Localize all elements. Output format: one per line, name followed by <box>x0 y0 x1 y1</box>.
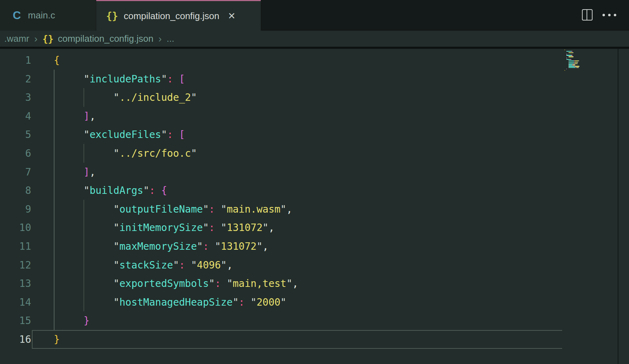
editor-actions <box>582 9 616 21</box>
code-line[interactable]: "initMemorySize": "131072", <box>54 218 275 237</box>
minimap[interactable] <box>562 50 618 73</box>
code-line[interactable]: "../include_2" <box>54 88 197 107</box>
minimap-line <box>567 55 571 56</box>
current-line-highlight <box>32 330 562 349</box>
minimap-line <box>569 52 573 53</box>
minimap-line <box>575 60 578 61</box>
indent-guide-active <box>54 70 54 330</box>
indent-guide <box>83 88 84 107</box>
line-number[interactable]: 14 <box>0 293 31 312</box>
minimap-line <box>578 67 579 68</box>
minimap-line <box>565 70 565 71</box>
minimap-scrollbar-border <box>618 49 618 364</box>
line-number[interactable]: 2 <box>0 70 31 88</box>
minimap-line <box>567 58 567 58</box>
minimap-line <box>569 62 574 63</box>
tab-bar: C main.c {} compilation_config.json ✕ <box>0 0 629 31</box>
code-line[interactable]: "maxMemorySize": "131072", <box>54 237 269 256</box>
tab-main-c[interactable]: C main.c <box>0 0 96 31</box>
line-number[interactable]: 3 <box>0 88 31 107</box>
code-line[interactable]: "includePaths": [ <box>54 70 185 88</box>
code-line[interactable]: ], <box>54 163 96 181</box>
minimap-line <box>569 66 575 67</box>
line-number[interactable]: 9 <box>0 200 31 219</box>
minimap-line <box>569 67 576 68</box>
line-number[interactable]: 12 <box>0 256 31 275</box>
code-line[interactable]: "outputFileName": "main.wasm", <box>54 200 292 219</box>
split-editor-icon[interactable] <box>582 9 593 21</box>
code-line[interactable]: ], <box>54 107 96 126</box>
minimap-line <box>572 55 572 56</box>
code-line[interactable]: "hostManagedHeapSize": "2000" <box>54 293 286 312</box>
tab-label: compilation_config.json <box>124 11 219 22</box>
minimap-line <box>569 60 574 61</box>
breadcrumb-item-symbol[interactable]: ... <box>167 33 174 44</box>
minimap-line <box>572 51 572 52</box>
minimap-line <box>578 62 578 63</box>
minimap-line <box>573 52 573 53</box>
line-number[interactable]: 13 <box>0 274 31 293</box>
line-number[interactable]: 10 <box>0 218 31 237</box>
indent-guide <box>83 218 84 237</box>
minimap-line <box>577 63 578 64</box>
indent-guide <box>83 256 84 275</box>
indent-guide <box>83 144 84 163</box>
line-number[interactable]: 4 <box>0 107 31 126</box>
indent-guide <box>83 200 84 219</box>
minimap-line <box>579 66 579 67</box>
minimap-line <box>575 64 575 65</box>
code-line[interactable]: "buildArgs": { <box>54 181 167 200</box>
line-number[interactable]: 1 <box>0 51 31 70</box>
tab-compilation-config-json[interactable]: {} compilation_config.json ✕ <box>96 0 261 31</box>
line-number[interactable]: 6 <box>0 144 31 163</box>
json-braces-icon: {} <box>106 10 118 22</box>
indent-guide <box>83 293 84 312</box>
minimap-line <box>569 64 572 65</box>
chevron-right-icon: › <box>34 33 37 45</box>
minimap-line <box>569 56 573 57</box>
minimap-line <box>571 59 571 60</box>
code-line[interactable]: { <box>54 51 60 70</box>
line-number[interactable]: 5 <box>0 125 31 144</box>
indent-guide <box>83 274 84 293</box>
code-line[interactable]: "excludeFiles": [ <box>54 125 185 144</box>
minimap-line <box>575 66 578 67</box>
code-line[interactable]: } <box>54 311 90 330</box>
line-number[interactable]: 7 <box>0 163 31 181</box>
editor[interactable]: 1{2 "includePaths": [3 "../include_2"4 ]… <box>0 49 629 364</box>
line-number[interactable]: 16 <box>0 330 31 349</box>
minimap-line <box>573 56 573 57</box>
tab-label: main.c <box>28 10 55 21</box>
minimap-line <box>579 60 579 61</box>
c-file-icon: C <box>13 9 21 22</box>
breadcrumb-item-folder[interactable]: .wamr <box>4 33 29 44</box>
indent-guide <box>83 237 84 256</box>
minimap-line <box>565 50 565 50</box>
more-actions-icon[interactable] <box>602 9 616 21</box>
minimap-line <box>566 69 567 69</box>
minimap-line <box>569 63 574 64</box>
minimap-line <box>567 54 567 54</box>
minimap-line <box>567 51 571 52</box>
chevron-right-icon: › <box>158 33 162 45</box>
line-number[interactable]: 8 <box>0 181 31 200</box>
breadcrumb-item-file[interactable]: compilation_config.json <box>58 33 153 44</box>
line-number[interactable]: 15 <box>0 311 31 330</box>
line-number[interactable]: 11 <box>0 237 31 256</box>
close-tab-icon[interactable]: ✕ <box>228 11 236 22</box>
code-line[interactable]: "../src/foo.c" <box>54 144 197 163</box>
code-line[interactable]: "exportedSymbols": "main,test", <box>54 274 298 293</box>
breadcrumb: .wamr › {} compilation_config.json › ... <box>0 31 629 47</box>
code-line[interactable]: "stackSize": "4096", <box>54 256 233 275</box>
minimap-line <box>567 59 570 60</box>
breadcrumb-file-icon: {} <box>42 34 53 44</box>
